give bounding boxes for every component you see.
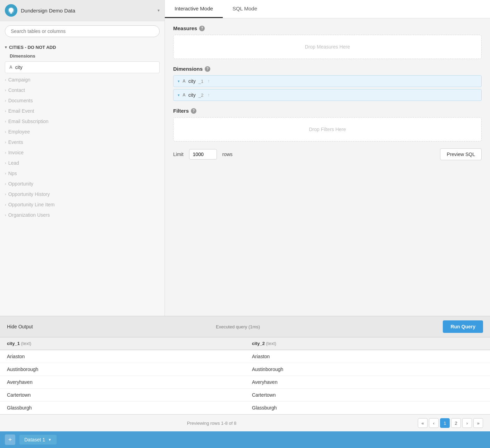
table-item-label: Opportunity History (8, 191, 50, 197)
table-item-label: Lead (8, 160, 19, 166)
limit-input[interactable] (189, 149, 217, 160)
sidebar-table-item[interactable]: ›Email Event (0, 106, 164, 116)
sidebar-table-item[interactable]: ›Invoice (0, 147, 164, 158)
table-item-label: Nps (8, 171, 17, 176)
pill-dropdown-1[interactable]: ▾ (178, 79, 180, 84)
sidebar-table-item[interactable]: ›Documents (0, 95, 164, 106)
query-builder: Measures ? Drop Measures Here Dimensions… (165, 18, 490, 316)
table-cell: Glassburgh (245, 402, 490, 414)
sidebar-table-item[interactable]: ›Opportunity History (0, 189, 164, 199)
sidebar-title: Dundersign Demo Data (21, 8, 154, 14)
section-chevron: ▾ (5, 45, 7, 50)
table-cell: Austinborough (0, 363, 245, 376)
run-query-button[interactable]: Run Query (443, 320, 483, 333)
sidebar-table-item[interactable]: ›Nps (0, 168, 164, 179)
tabs-bar: Interactive Mode SQL Mode (165, 0, 490, 18)
sidebar: Dundersign Demo Data ▾ ▾ CITIES - DO NOT… (0, 0, 165, 316)
search-input[interactable] (5, 25, 160, 37)
dimension-pill-2: ▾ A city _2 ↑ (173, 89, 482, 101)
city-dimension-item[interactable]: A city (5, 61, 160, 73)
pill-sort-2[interactable]: ↑ (208, 93, 210, 97)
results-column-header: city_1 (text) (0, 337, 245, 350)
measures-title: Measures ? (173, 25, 482, 31)
sidebar-table-item[interactable]: ›Contact (0, 85, 164, 95)
filters-section: Filters ? Drop Filters Here (173, 108, 482, 141)
table-chevron: › (5, 78, 6, 82)
table-chevron: › (5, 213, 6, 217)
limit-row: Limit rows Preview SQL (173, 148, 482, 160)
pagination-page-2[interactable]: 2 (451, 418, 461, 428)
rows-label: rows (222, 152, 233, 157)
sidebar-table-item[interactable]: ›Organization Users (0, 210, 164, 220)
table-cell: Averyhaven (0, 376, 245, 389)
output-bar: Hide Output Executed query (1ms) Run Que… (0, 316, 490, 337)
table-cell: Glassburgh (0, 402, 245, 414)
table-chevron: › (5, 130, 6, 134)
measures-drop-zone[interactable]: Drop Measures Here (173, 35, 482, 59)
table-cell: Cartertown (245, 389, 490, 402)
dataset-tab-1[interactable]: Dataset 1 ▼ (19, 435, 57, 445)
dimension-pill-1: ▾ A city _1 ↑ (173, 75, 482, 87)
table-cell: Austinborough (245, 363, 490, 376)
measures-help-icon[interactable]: ? (199, 26, 205, 31)
sidebar-table-item[interactable]: ›Opportunity Line Item (0, 199, 164, 210)
pill-type-2: A (183, 93, 186, 97)
tab-interactive-mode[interactable]: Interactive Mode (165, 0, 223, 18)
table-cell: Cartertown (0, 389, 245, 402)
table-chevron: › (5, 203, 6, 207)
pagination-last[interactable]: » (473, 418, 483, 428)
filters-help-icon[interactable]: ? (191, 108, 196, 114)
logo-icon (7, 7, 15, 14)
hide-output-button[interactable]: Hide Output (7, 324, 33, 329)
pill-dropdown-2[interactable]: ▾ (178, 93, 180, 97)
table-item-label: Opportunity Line Item (8, 202, 55, 207)
dimensions-section: Dimensions ? ▾ A city _1 ↑ ▾ A city _2 ↑ (173, 66, 482, 101)
dimensions-help-icon[interactable]: ? (205, 66, 210, 72)
table-chevron: › (5, 182, 6, 186)
results-header-row: city_1 (text)city_2 (text) (0, 337, 490, 350)
page-buttons: 12 (440, 418, 461, 428)
sidebar-table-item[interactable]: ›Campaign (0, 75, 164, 85)
measures-drop-text: Drop Measures Here (305, 44, 350, 50)
sidebar-table-item[interactable]: ›Lead (0, 158, 164, 168)
pill-alias-2: _2 (198, 93, 203, 98)
type-icon-city: A (9, 65, 12, 70)
sidebar-table-item[interactable]: ›Opportunity (0, 179, 164, 189)
filters-drop-text: Drop Filters Here (309, 127, 346, 132)
bottom-tab-bar: + Dataset 1 ▼ (0, 431, 490, 448)
pagination-next[interactable]: › (462, 418, 472, 428)
sidebar-table-item[interactable]: ›Events (0, 137, 164, 147)
pagination-controls: « ‹ 12 › » (418, 418, 483, 428)
sidebar-table-item[interactable]: ›Email Subscription (0, 116, 164, 127)
filters-drop-zone[interactable]: Drop Filters Here (173, 117, 482, 141)
pagination-prev[interactable]: ‹ (429, 418, 439, 428)
pill-name-1: city (188, 78, 196, 84)
pill-sort-1[interactable]: ↑ (208, 79, 210, 84)
filters-title: Filters ? (173, 108, 482, 114)
search-container (0, 21, 164, 41)
table-row: CartertownCartertown (0, 389, 490, 402)
table-chevron: › (5, 88, 6, 92)
table-chevron: › (5, 150, 6, 155)
results-table: city_1 (text)city_2 (text) AriastonArias… (0, 337, 490, 414)
table-item-label: Events (8, 139, 23, 145)
section-header-cities[interactable]: ▾ CITIES - DO NOT ADD (0, 41, 164, 51)
sidebar-table-item[interactable]: ›Employee (0, 127, 164, 137)
svg-rect-1 (10, 13, 12, 14)
preview-sql-button[interactable]: Preview SQL (440, 148, 482, 160)
tab-sql-mode[interactable]: SQL Mode (223, 0, 267, 18)
add-dataset-button[interactable]: + (5, 434, 15, 445)
sidebar-dropdown-icon[interactable]: ▾ (158, 8, 160, 13)
table-item-label: Opportunity (8, 181, 33, 187)
pagination-page-1[interactable]: 1 (440, 418, 450, 428)
pagination-first[interactable]: « (418, 418, 428, 428)
table-item-label: Campaign (8, 77, 31, 83)
section-name: CITIES - DO NOT ADD (9, 45, 56, 50)
table-chevron: › (5, 109, 6, 113)
limit-label: Limit (173, 152, 184, 157)
pill-type-1: A (183, 79, 186, 84)
table-cell: Ariaston (245, 350, 490, 363)
city-label: city (15, 64, 23, 70)
dimensions-title: Dimensions ? (173, 66, 482, 72)
table-cell: Ariaston (0, 350, 245, 363)
